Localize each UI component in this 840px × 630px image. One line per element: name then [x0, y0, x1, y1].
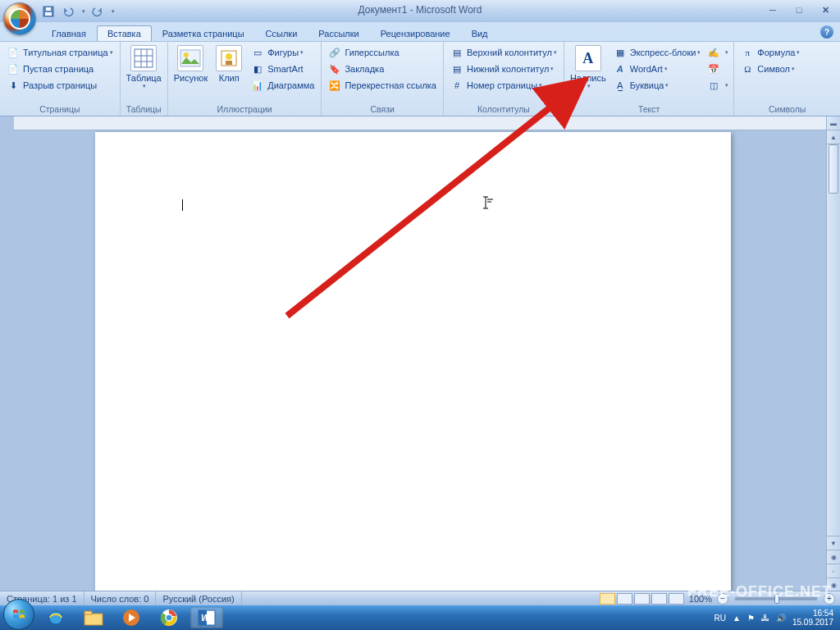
undo-dropdown-icon[interactable]: ▾ [82, 8, 85, 15]
tab-home[interactable]: Главная [41, 25, 97, 41]
signature-button[interactable]: ✍▾ [705, 44, 730, 61]
chevron-down-icon: ▾ [792, 66, 795, 72]
formula-button[interactable]: πФормула▾ [737, 44, 803, 61]
tab-view[interactable]: Вид [461, 25, 499, 41]
qat-customize-icon[interactable]: ▾ [112, 8, 115, 15]
svg-point-11 [226, 53, 232, 60]
page-icon: 📄 [7, 46, 20, 59]
tray-network-icon[interactable]: 🖧 [761, 614, 769, 623]
undo-icon[interactable] [61, 4, 75, 19]
quickparts-button[interactable]: ▦Экспресс-блоки▾ [610, 44, 705, 61]
shapes-button[interactable]: ▭Фигуры▾ [248, 44, 317, 61]
taskbar-chrome-icon[interactable] [153, 607, 185, 628]
footer-button[interactable]: ▤Нижний колонтитул▾ [447, 61, 560, 77]
start-button[interactable] [3, 599, 34, 630]
document-page[interactable] [95, 132, 731, 591]
chevron-down-icon: ▾ [539, 82, 542, 89]
ibeam-cursor [482, 196, 494, 211]
quick-access-toolbar: ▾ ▾ [41, 4, 115, 19]
tab-insert[interactable]: Вставка [97, 25, 152, 41]
help-button[interactable]: ? [820, 25, 833, 39]
svg-rect-12 [226, 61, 232, 65]
ruler-toggle-icon[interactable]: ▬ [827, 116, 840, 130]
zoom-slider[interactable] [735, 597, 817, 600]
chevron-down-icon: ▾ [587, 83, 591, 89]
clip-icon [216, 45, 242, 71]
maximize-button[interactable]: □ [789, 2, 809, 17]
redo-icon[interactable] [90, 4, 105, 19]
windows-taskbar: W RU ▲ ⚑ 🖧 🔊 16:5415.09.2017 [0, 605, 840, 630]
zoom-level[interactable]: 100% [689, 594, 712, 604]
datetime-button[interactable]: 📅 [705, 61, 730, 77]
chevron-down-icon: ▾ [143, 83, 146, 89]
header-icon: ▤ [450, 46, 463, 59]
tray-flag-icon[interactable]: ▲ [733, 614, 741, 623]
textbox-button[interactable]: AНадпись▾ [567, 43, 609, 91]
tab-layout[interactable]: Разметка страницы [152, 25, 255, 41]
tray-clock[interactable]: 16:5415.09.2017 [792, 609, 833, 627]
svg-point-25 [166, 614, 172, 621]
close-button[interactable]: ✕ [815, 2, 835, 17]
header-button[interactable]: ▤Верхний колонтитул▾ [447, 44, 560, 61]
smartart-icon: ◧ [251, 62, 264, 75]
chart-button[interactable]: 📊Диаграмма [248, 77, 317, 94]
page-number-button[interactable]: #Номер страницы▾ [447, 77, 560, 94]
minimize-button[interactable]: ─ [763, 2, 783, 17]
table-button[interactable]: Таблица▾ [123, 43, 165, 91]
prev-page-icon[interactable]: ◉ [827, 550, 840, 564]
scroll-down-icon[interactable]: ▼ [827, 536, 840, 550]
vertical-scrollbar[interactable]: ▬ ▲ ▼ ◉ ◦ ◉ [826, 116, 840, 591]
view-draft-button[interactable] [669, 593, 684, 605]
view-outline-button[interactable] [651, 593, 667, 605]
chevron-down-icon: ▾ [697, 49, 701, 56]
browse-object-icon[interactable]: ◦ [827, 564, 840, 578]
object-button[interactable]: ◫▾ [705, 77, 730, 94]
smartart-button[interactable]: ◧SmartArt [248, 61, 317, 77]
next-page-icon[interactable]: ◉ [827, 578, 840, 591]
dropcap-icon: A̲ [614, 79, 627, 92]
blank-page-button[interactable]: 📄Пустая страница [3, 61, 116, 77]
tab-mailings[interactable]: Рассылки [308, 25, 369, 41]
chevron-down-icon: ▾ [665, 82, 669, 89]
shapes-icon: ▭ [251, 46, 264, 59]
scroll-up-icon[interactable]: ▲ [827, 130, 840, 144]
zoom-thumb[interactable] [774, 594, 779, 604]
quickparts-icon: ▦ [614, 46, 627, 59]
office-button[interactable] [3, 2, 36, 35]
save-icon[interactable] [41, 4, 56, 19]
status-word-count[interactable]: Число слов: 0 [84, 591, 157, 605]
cover-page-button[interactable]: 📄Титульная страница▾ [3, 44, 116, 61]
page-break-button[interactable]: ⬇Разрыв страницы [3, 77, 116, 94]
tray-language[interactable]: RU [714, 614, 726, 623]
tray-volume-icon[interactable]: 🔊 [776, 614, 786, 623]
status-language[interactable]: Русский (Россия) [156, 591, 241, 605]
taskbar-ie-icon[interactable] [39, 607, 72, 628]
view-print-layout-button[interactable] [600, 593, 615, 605]
wordart-button[interactable]: AWordArt▾ [610, 61, 705, 77]
zoom-out-button[interactable]: − [717, 593, 728, 605]
ribbon-tab-bar: Главная Вставка Разметка страницы Ссылки… [0, 23, 840, 41]
zoom-in-button[interactable]: + [824, 593, 835, 605]
date-icon: 📅 [707, 62, 720, 75]
taskbar-media-icon[interactable] [115, 607, 148, 628]
view-web-button[interactable] [634, 593, 650, 605]
svg-point-9 [184, 52, 189, 57]
scroll-thumb[interactable] [829, 144, 838, 194]
bookmark-button[interactable]: 🔖Закладка [325, 61, 440, 77]
omega-icon: Ω [741, 62, 754, 75]
taskbar-word-icon[interactable]: W [190, 607, 223, 628]
view-fullscreen-button[interactable] [617, 593, 632, 605]
dropcap-button[interactable]: A̲Буквица▾ [610, 77, 705, 94]
group-links: 🔗Гиперссылка 🔖Закладка 🔀Перекрестная ссы… [322, 42, 444, 116]
chevron-down-icon: ▾ [725, 49, 728, 56]
tab-references[interactable]: Ссылки [255, 25, 308, 41]
picture-button[interactable]: Рисунок [171, 43, 212, 84]
crossref-button[interactable]: 🔀Перекрестная ссылка [325, 77, 440, 94]
symbol-button[interactable]: ΩСимвол▾ [737, 61, 803, 77]
tab-review[interactable]: Рецензирование [370, 25, 461, 41]
horizontal-ruler[interactable] [14, 116, 826, 130]
hyperlink-button[interactable]: 🔗Гиперссылка [325, 44, 440, 61]
tray-action-center-icon[interactable]: ⚑ [747, 614, 755, 623]
taskbar-explorer-icon[interactable] [77, 607, 110, 628]
clipart-button[interactable]: Клип [211, 43, 247, 84]
